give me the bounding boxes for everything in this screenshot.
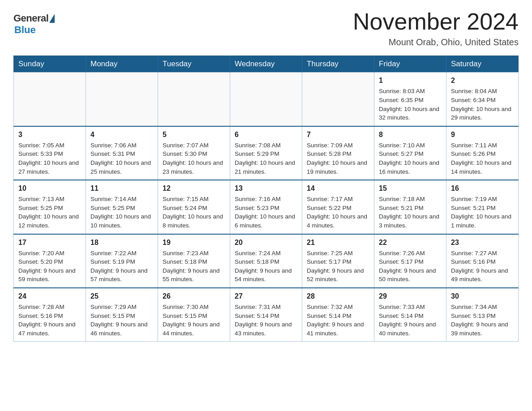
daylight-text: Daylight: 10 hours and 8 minutes. — [163, 212, 225, 230]
sunrise-text: Sunrise: 7:25 AM — [307, 249, 369, 258]
sunrise-text: Sunrise: 7:30 AM — [163, 303, 225, 312]
daylight-text: Daylight: 10 hours and 27 minutes. — [18, 158, 81, 176]
day-number: 25 — [90, 291, 153, 301]
calendar-cell: 7Sunrise: 7:09 AMSunset: 5:28 PMDaylight… — [302, 126, 374, 180]
daylight-text: Daylight: 9 hours and 41 minutes. — [307, 320, 369, 338]
calendar-cell: 4Sunrise: 7:06 AMSunset: 5:31 PMDaylight… — [86, 126, 158, 180]
logo-blue-text: Blue — [14, 24, 36, 36]
daylight-text: Daylight: 10 hours and 16 minutes. — [379, 158, 442, 176]
calendar-table: SundayMondayTuesdayWednesdayThursdayFrid… — [13, 56, 519, 342]
sunset-text: Sunset: 5:20 PM — [18, 257, 81, 266]
day-number: 4 — [90, 129, 153, 140]
daylight-text: Daylight: 9 hours and 54 minutes. — [235, 266, 297, 284]
sunset-text: Sunset: 5:16 PM — [18, 312, 81, 321]
day-number: 2 — [451, 75, 514, 86]
sunrise-text: Sunrise: 7:26 AM — [379, 249, 442, 258]
sunrise-text: Sunrise: 7:16 AM — [235, 195, 297, 204]
daylight-text: Daylight: 10 hours and 21 minutes. — [235, 158, 297, 176]
sunset-text: Sunset: 5:25 PM — [18, 204, 81, 213]
weekday-header-friday: Friday — [374, 56, 446, 73]
daylight-text: Daylight: 10 hours and 12 minutes. — [18, 212, 81, 230]
calendar-cell — [86, 73, 158, 126]
calendar-cell: 6Sunrise: 7:08 AMSunset: 5:29 PMDaylight… — [230, 126, 302, 180]
sunrise-text: Sunrise: 7:22 AM — [90, 249, 153, 258]
calendar-cell: 12Sunrise: 7:15 AMSunset: 5:24 PMDayligh… — [158, 180, 230, 234]
sunset-text: Sunset: 5:13 PM — [451, 312, 514, 321]
sunset-text: Sunset: 5:26 PM — [451, 150, 514, 158]
calendar-week-row: 3Sunrise: 7:05 AMSunset: 5:33 PMDaylight… — [14, 126, 519, 180]
day-number: 21 — [307, 237, 369, 248]
calendar-cell: 10Sunrise: 7:13 AMSunset: 5:25 PMDayligh… — [14, 180, 86, 234]
calendar-week-row: 10Sunrise: 7:13 AMSunset: 5:25 PMDayligh… — [14, 180, 519, 234]
weekday-header-monday: Monday — [86, 56, 158, 73]
daylight-text: Daylight: 9 hours and 46 minutes. — [90, 320, 153, 338]
day-number: 3 — [18, 129, 81, 140]
page-header: General Blue November 2024 Mount Orab, O… — [13, 9, 519, 47]
weekday-header-tuesday: Tuesday — [158, 56, 230, 73]
sunrise-text: Sunrise: 7:32 AM — [307, 303, 369, 312]
daylight-text: Daylight: 9 hours and 52 minutes. — [307, 266, 369, 284]
daylight-text: Daylight: 10 hours and 29 minutes. — [451, 105, 514, 122]
sunrise-text: Sunrise: 7:13 AM — [18, 195, 81, 204]
day-number: 20 — [235, 237, 297, 248]
calendar-cell: 27Sunrise: 7:31 AMSunset: 5:14 PMDayligh… — [230, 288, 302, 342]
calendar-cell: 3Sunrise: 7:05 AMSunset: 5:33 PMDaylight… — [14, 126, 86, 180]
calendar-cell: 18Sunrise: 7:22 AMSunset: 5:19 PMDayligh… — [86, 234, 158, 288]
sunrise-text: Sunrise: 7:14 AM — [90, 195, 153, 204]
sunrise-text: Sunrise: 7:29 AM — [90, 303, 153, 312]
sunset-text: Sunset: 5:18 PM — [163, 257, 225, 266]
calendar-cell: 30Sunrise: 7:34 AMSunset: 5:13 PMDayligh… — [446, 288, 519, 342]
day-number: 6 — [235, 129, 297, 140]
month-title: November 2024 — [353, 9, 519, 34]
sunrise-text: Sunrise: 7:23 AM — [163, 249, 225, 258]
sunrise-text: Sunrise: 7:18 AM — [379, 195, 442, 204]
day-number: 12 — [163, 183, 225, 193]
daylight-text: Daylight: 9 hours and 59 minutes. — [18, 266, 81, 284]
calendar-cell: 13Sunrise: 7:16 AMSunset: 5:23 PMDayligh… — [230, 180, 302, 234]
day-number: 27 — [235, 291, 297, 301]
daylight-text: Daylight: 10 hours and 25 minutes. — [90, 158, 153, 176]
calendar-cell: 26Sunrise: 7:30 AMSunset: 5:15 PMDayligh… — [158, 288, 230, 342]
calendar-cell: 17Sunrise: 7:20 AMSunset: 5:20 PMDayligh… — [14, 234, 86, 288]
sunset-text: Sunset: 5:33 PM — [18, 150, 81, 158]
sunrise-text: Sunrise: 7:06 AM — [90, 141, 153, 150]
day-number: 29 — [379, 291, 442, 301]
sunset-text: Sunset: 5:24 PM — [163, 204, 225, 213]
calendar-cell: 16Sunrise: 7:19 AMSunset: 5:21 PMDayligh… — [446, 180, 519, 234]
daylight-text: Daylight: 9 hours and 39 minutes. — [451, 320, 514, 338]
sunrise-text: Sunrise: 7:07 AM — [163, 141, 225, 150]
sunrise-text: Sunrise: 7:17 AM — [307, 195, 369, 204]
sunrise-text: Sunrise: 7:11 AM — [451, 141, 514, 150]
day-number: 14 — [307, 183, 369, 193]
day-number: 13 — [235, 183, 297, 193]
calendar-cell — [14, 73, 86, 126]
day-number: 18 — [90, 237, 153, 248]
sunrise-text: Sunrise: 7:20 AM — [18, 249, 81, 258]
day-number: 23 — [451, 237, 514, 248]
sunrise-text: Sunrise: 7:31 AM — [235, 303, 297, 312]
daylight-text: Daylight: 9 hours and 55 minutes. — [163, 266, 225, 284]
calendar-cell — [158, 73, 230, 126]
day-number: 30 — [451, 291, 514, 301]
sunset-text: Sunset: 5:18 PM — [235, 257, 297, 266]
daylight-text: Daylight: 9 hours and 44 minutes. — [163, 320, 225, 338]
daylight-text: Daylight: 9 hours and 49 minutes. — [451, 266, 514, 284]
day-number: 17 — [18, 237, 81, 248]
sunset-text: Sunset: 5:19 PM — [90, 257, 153, 266]
day-number: 8 — [379, 129, 442, 140]
sunset-text: Sunset: 5:28 PM — [307, 150, 369, 158]
day-number: 10 — [18, 183, 81, 193]
daylight-text: Daylight: 9 hours and 50 minutes. — [379, 266, 442, 284]
calendar-header-row: SundayMondayTuesdayWednesdayThursdayFrid… — [14, 56, 519, 73]
sunset-text: Sunset: 6:35 PM — [379, 96, 442, 105]
sunrise-text: Sunrise: 7:27 AM — [451, 249, 514, 258]
calendar-cell — [302, 73, 374, 126]
daylight-text: Daylight: 10 hours and 32 minutes. — [379, 105, 442, 122]
location-subtitle: Mount Orab, Ohio, United States — [353, 37, 519, 47]
logo-triangle-icon — [49, 14, 55, 23]
day-number: 26 — [163, 291, 225, 301]
daylight-text: Daylight: 10 hours and 3 minutes. — [379, 212, 442, 230]
calendar-cell: 23Sunrise: 7:27 AMSunset: 5:16 PMDayligh… — [446, 234, 519, 288]
calendar-week-row: 17Sunrise: 7:20 AMSunset: 5:20 PMDayligh… — [14, 234, 519, 288]
calendar-cell: 2Sunrise: 8:04 AMSunset: 6:34 PMDaylight… — [446, 73, 519, 126]
